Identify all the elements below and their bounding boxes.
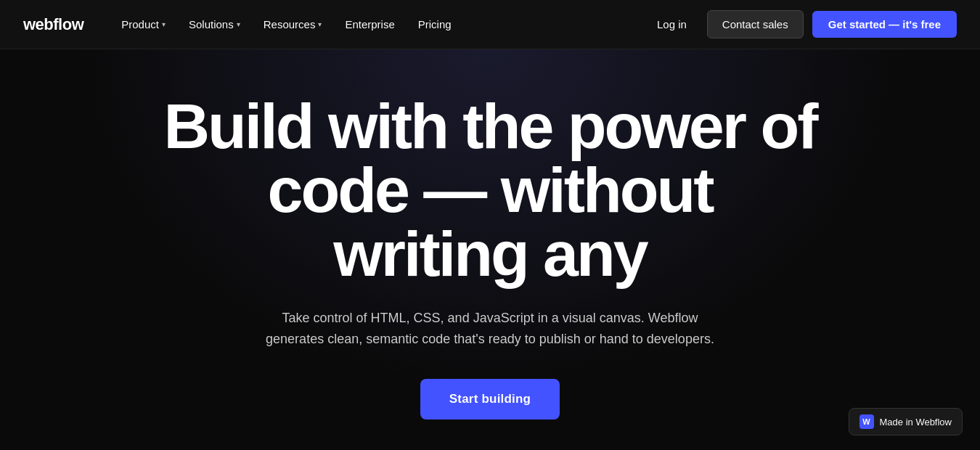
chevron-down-icon: ▾ (162, 20, 166, 28)
nav-right: Log in Contact sales Get started — it's … (645, 10, 957, 38)
nav-resources[interactable]: Resources ▾ (255, 12, 331, 36)
contact-sales-button[interactable]: Contact sales (707, 10, 804, 38)
hero-section: Build with the power of code — without w… (0, 49, 980, 450)
navbar: webflow Product ▾ Solutions ▾ Resources … (0, 0, 980, 49)
made-in-webflow-badge[interactable]: W Made in Webflow (849, 408, 963, 435)
logo[interactable]: webflow (23, 15, 83, 34)
hero-subtitle: Take control of HTML, CSS, and JavaScrip… (258, 308, 722, 350)
login-button[interactable]: Log in (645, 12, 698, 36)
nav-pricing[interactable]: Pricing (409, 12, 460, 36)
start-building-button[interactable]: Start building (420, 379, 560, 420)
chevron-down-icon: ▾ (237, 20, 240, 28)
made-in-webflow-label: Made in Webflow (880, 417, 952, 428)
hero-title: Build with the power of code — without w… (163, 94, 817, 286)
webflow-logo-icon: W (859, 414, 874, 429)
get-started-button[interactable]: Get started — it's free (812, 11, 957, 38)
nav-links: Product ▾ Solutions ▾ Resources ▾ Enterp… (113, 12, 645, 36)
nav-enterprise[interactable]: Enterprise (336, 12, 403, 36)
nav-product[interactable]: Product ▾ (113, 12, 174, 36)
chevron-down-icon: ▾ (318, 20, 322, 28)
nav-solutions[interactable]: Solutions ▾ (180, 12, 249, 36)
